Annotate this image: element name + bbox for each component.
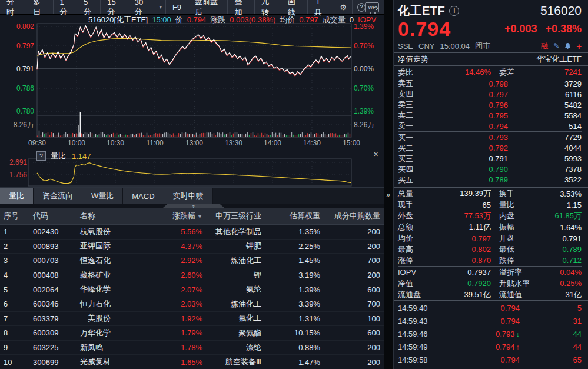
- time-tick-label: 14:30: [303, 139, 321, 147]
- book-row-买五: 买五0.7893522: [398, 175, 582, 185]
- cell-industry: 涤纶: [206, 343, 265, 353]
- stat-value: 0.789: [537, 245, 582, 254]
- tab-W量比[interactable]: W量比: [82, 188, 123, 204]
- collapse-handle[interactable]: »: [163, 204, 224, 208]
- table-row[interactable]: 2000893亚钾国际4.37%钾肥2.25%200: [0, 240, 384, 254]
- book-price: 0.794: [433, 122, 508, 131]
- stat-label: 最低: [491, 244, 537, 255]
- cell-qty: 200: [324, 358, 384, 367]
- cell-industry: 氟化工: [206, 313, 265, 324]
- stat-value: 65: [432, 201, 491, 210]
- right-axis-label: 0.00%: [354, 65, 374, 73]
- table-row[interactable]: 5002064华峰化学2.07%氨纶1.39%600: [0, 282, 384, 297]
- quote-panel: 化工ETF i 516020 0.794 +0.003 +0.38% SSE C…: [393, 0, 588, 369]
- cell-name: 光威复材: [77, 357, 141, 367]
- cell-industry: 航空装备Ⅲ: [206, 357, 265, 367]
- security-code: 516020: [540, 4, 582, 18]
- cell-no: 1: [0, 227, 29, 236]
- book-price: 0.792: [433, 144, 508, 152]
- cell-name: 新凤鸣: [77, 343, 141, 353]
- price-row: 0.794 +0.003 +0.38%: [394, 18, 588, 40]
- cell-industry: 聚氨酯: [206, 328, 265, 338]
- tick-row: 14:59:400.7945: [398, 301, 582, 314]
- stat-value: 139.39万: [432, 188, 491, 199]
- margin-badge[interactable]: 融: [541, 41, 548, 51]
- tab-资金流向[interactable]: 资金流向: [34, 188, 82, 204]
- tick-row: 14:59:490.794↑44: [398, 340, 582, 353]
- time-tick-label: 14:00: [264, 139, 281, 147]
- book-level-label: 买三: [398, 154, 433, 164]
- tab-量比[interactable]: 量比: [0, 188, 34, 204]
- subchart-close-icon[interactable]: ×: [371, 150, 380, 159]
- right-axis-label: 0.70%: [354, 84, 374, 92]
- cell-code: 300699: [29, 358, 77, 367]
- price-change: +0.003: [504, 23, 537, 35]
- tick-time: 14:59:43: [398, 317, 454, 325]
- market-status: 闭市: [475, 41, 490, 51]
- security-name-row: 化工ETF i 516020: [394, 2, 588, 19]
- sort-desc-icon[interactable]: ▼: [197, 214, 202, 220]
- tab-实时申赎[interactable]: 实时申赎: [164, 188, 213, 204]
- cell-no: 9: [0, 343, 29, 352]
- col-header-label: 申万三级行业: [215, 211, 261, 220]
- book-price: 0.790: [433, 165, 508, 174]
- book-price: 0.797: [433, 90, 508, 99]
- weicha-label: 委差: [491, 67, 537, 78]
- tick-volume: 44: [520, 330, 582, 338]
- quote-time: 15:00:04: [440, 42, 470, 51]
- book-price: 0.795: [433, 111, 508, 120]
- table-row[interactable]: 8600309万华化学1.79%聚氨酯10.15%600: [0, 326, 384, 341]
- tick-price-value: 0.794: [500, 355, 520, 364]
- stat-value: 0.802: [432, 245, 491, 254]
- tab-MACD[interactable]: MACD: [123, 188, 164, 204]
- cell-code: 000893: [29, 242, 77, 251]
- book-level-label: 卖三: [398, 99, 433, 110]
- tick-price-value: 0.793: [496, 330, 515, 338]
- cell-name: 华峰化学: [77, 284, 141, 295]
- subchart-axis-label: 2.691: [9, 158, 27, 167]
- stat-row: 现手65量比1.15: [398, 200, 582, 211]
- subchart-help-icon[interactable]: ?: [36, 151, 46, 161]
- stat-value: 31亿: [537, 290, 582, 300]
- table-row[interactable]: 6600346恒力石化2.03%炼油化工3.39%700: [0, 297, 384, 312]
- weicha-value: 7241: [537, 68, 582, 77]
- table-header-row: 序号代码名称涨跌幅▼申万三级行业估算权重成分申购数量: [0, 208, 384, 225]
- cell-no: 8: [0, 328, 29, 337]
- currency: CNY: [418, 42, 434, 51]
- cell-weight: 10.15%: [265, 328, 324, 337]
- tick-row: 14:59:460.793↓44: [398, 327, 582, 340]
- expand-panel-handle[interactable]: »: [384, 188, 392, 201]
- panel-divider: »: [384, 0, 393, 369]
- cell-qty: 200: [324, 343, 384, 352]
- nav-row[interactable]: 净值走势 华宝化工ETF: [394, 53, 588, 65]
- stat-label: 振幅: [491, 222, 537, 232]
- tick-price: 0.794: [454, 317, 520, 325]
- col-header-3[interactable]: 涨跌幅▼: [141, 211, 206, 221]
- stat-label: 净值: [398, 278, 432, 289]
- alert-bell-icon[interactable]: [564, 42, 571, 49]
- indicator-tabs: 量比资金流向W量比MACD实时申赎: [0, 187, 384, 204]
- table-row[interactable]: 3000703恒逸石化2.92%炼油化工1.45%700: [0, 254, 384, 268]
- cell-chg: 1.65%: [141, 358, 206, 367]
- stat-label: 现手: [398, 200, 432, 210]
- table-row[interactable]: 10300699光威复材1.65%航空装备Ⅲ1.47%200: [0, 355, 384, 369]
- cell-chg: 1.92%: [141, 314, 206, 323]
- tick-price: 0.793↓: [454, 330, 520, 338]
- table-row[interactable]: 4000408藏格矿业2.60%锂3.19%200: [0, 268, 384, 283]
- add-watchlist-icon[interactable]: +: [576, 41, 582, 51]
- stat-value: 0.712: [537, 256, 582, 265]
- book-level-label: 卖五: [398, 78, 433, 89]
- info-icon[interactable]: i: [449, 6, 459, 16]
- book-row-卖二: 卖二0.7955584: [398, 110, 582, 121]
- cell-chg: 1.79%: [141, 328, 206, 337]
- table-row[interactable]: 9603225新凤鸣1.78%涤纶0.88%200: [0, 341, 384, 355]
- cell-name: 万华化学: [77, 328, 141, 338]
- table-row[interactable]: 1002430杭氧股份5.56%其他化学制品1.35%200: [0, 225, 384, 240]
- tick-price-value: 0.794: [500, 317, 520, 325]
- stat-value: 0.791: [537, 234, 582, 243]
- table-row[interactable]: 7603379三美股份1.92%氟化工1.31%100: [0, 312, 384, 327]
- edit-pencil-icon[interactable]: ✎: [553, 42, 559, 50]
- tick-volume: 5: [520, 304, 582, 313]
- book-price: 0.789: [433, 175, 508, 184]
- cell-qty: 600: [324, 328, 384, 337]
